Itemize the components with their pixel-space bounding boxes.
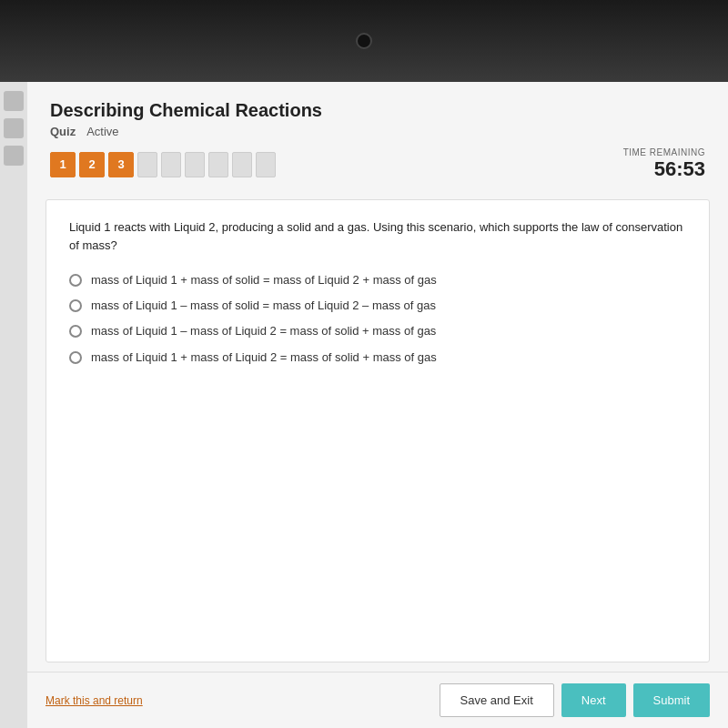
option-radio-b[interactable] bbox=[69, 299, 82, 312]
sidebar-icon-2[interactable] bbox=[4, 118, 24, 138]
nav-btn-2[interactable]: 2 bbox=[79, 152, 105, 177]
page-title: Describing Chemical Reactions bbox=[50, 100, 705, 121]
option-text-c: mass of Liquid 1 – mass of Liquid 2 = ma… bbox=[91, 323, 436, 339]
quiz-label: Quiz bbox=[50, 125, 76, 138]
screen-top-bar bbox=[0, 0, 728, 82]
options-list: mass of Liquid 1 + mass of solid = mass … bbox=[69, 272, 686, 366]
question-nav: 1 2 3 bbox=[50, 152, 276, 177]
next-button[interactable]: Next bbox=[561, 683, 626, 717]
mark-return-link[interactable]: Mark this and return bbox=[46, 694, 143, 707]
timer-section: TIME REMAINING 56:53 bbox=[623, 147, 705, 181]
sidebar-icon-3[interactable] bbox=[4, 146, 24, 166]
timer-value: 56:53 bbox=[623, 157, 705, 181]
content-area: Describing Chemical Reactions Quiz Activ… bbox=[27, 82, 728, 728]
option-radio-c[interactable] bbox=[69, 325, 82, 338]
option-c[interactable]: mass of Liquid 1 – mass of Liquid 2 = ma… bbox=[69, 323, 686, 339]
option-d[interactable]: mass of Liquid 1 + mass of Liquid 2 = ma… bbox=[69, 349, 686, 366]
time-remaining-label: TIME REMAINING bbox=[623, 147, 705, 157]
question-nav-row: 1 2 3 TIME REMAINING 56:53 bbox=[50, 147, 705, 181]
nav-btn-6[interactable] bbox=[185, 152, 205, 177]
option-text-d: mass of Liquid 1 + mass of Liquid 2 = ma… bbox=[91, 349, 437, 366]
save-exit-button[interactable]: Save and Exit bbox=[440, 683, 554, 717]
main-content: Describing Chemical Reactions Quiz Activ… bbox=[0, 82, 728, 728]
option-b[interactable]: mass of Liquid 1 – mass of solid = mass … bbox=[69, 298, 686, 314]
option-radio-d[interactable] bbox=[69, 351, 82, 364]
option-text-b: mass of Liquid 1 – mass of solid = mass … bbox=[91, 298, 436, 314]
quiz-status: Quiz Active bbox=[50, 125, 705, 138]
question-text: Liquid 1 reacts with Liquid 2, producing… bbox=[69, 218, 686, 254]
nav-btn-1[interactable]: 1 bbox=[50, 152, 76, 177]
nav-btn-7[interactable] bbox=[208, 152, 228, 177]
nav-btn-3[interactable]: 3 bbox=[108, 152, 134, 177]
bottom-buttons: Save and Exit Next Submit bbox=[440, 683, 710, 717]
page-header: Describing Chemical Reactions Quiz Activ… bbox=[27, 82, 728, 190]
left-sidebar bbox=[0, 82, 27, 728]
camera-dot bbox=[356, 33, 372, 49]
option-radio-a[interactable] bbox=[69, 274, 82, 287]
quiz-card: Liquid 1 reacts with Liquid 2, producing… bbox=[46, 199, 710, 662]
option-text-a: mass of Liquid 1 + mass of solid = mass … bbox=[91, 272, 437, 288]
sidebar-icon-1[interactable] bbox=[4, 91, 24, 111]
option-a[interactable]: mass of Liquid 1 + mass of solid = mass … bbox=[69, 272, 686, 288]
nav-btn-4[interactable] bbox=[137, 152, 157, 177]
nav-btn-8[interactable] bbox=[232, 152, 252, 177]
nav-btn-9[interactable] bbox=[256, 152, 276, 177]
submit-button[interactable]: Submit bbox=[633, 683, 710, 717]
nav-btn-5[interactable] bbox=[161, 152, 181, 177]
bottom-bar: Mark this and return Save and Exit Next … bbox=[27, 672, 728, 728]
active-label: Active bbox=[86, 125, 118, 138]
